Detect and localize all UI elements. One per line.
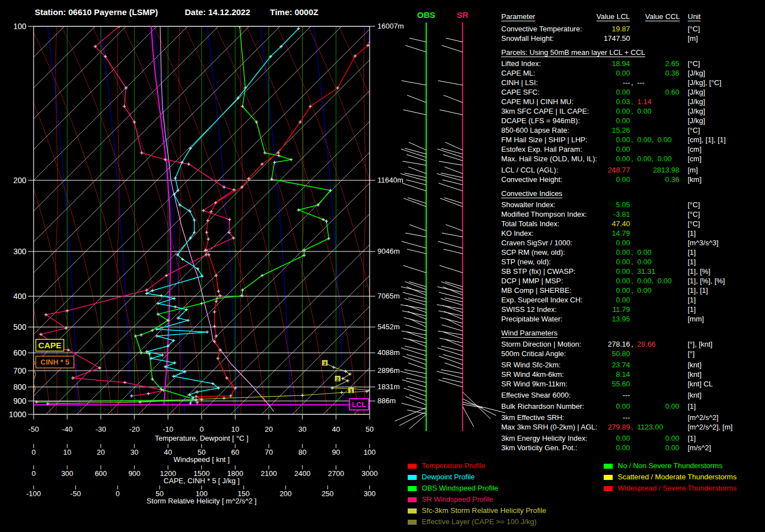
param-value-extra: , 0.00, 0.00 [631, 277, 671, 285]
station-title: Station: 06610 Payerne (LSMP) [35, 7, 158, 17]
parameter-row: Showalter Index:5.05[°C] [501, 200, 765, 210]
param-unit: [m] [688, 166, 698, 174]
value-segment: 0.00 [616, 444, 630, 452]
param-value-lcl: 15.26 [501, 126, 630, 134]
svg-text:30: 30 [298, 425, 306, 433]
value-segment: 0.00 [633, 258, 652, 266]
parameter-row: Estofex Exp. Hail Param:0.00[cm] [501, 145, 765, 155]
param-value-lcl: 0.00 [501, 296, 630, 304]
param-unit: [°C] [688, 200, 700, 209]
legend-swatch-icon [604, 475, 613, 480]
parameter-row: CAPE ML:0.000.36[J/kg] [501, 69, 765, 78]
svg-text:886m: 886m [377, 396, 396, 405]
param-unit: [knt] [688, 361, 702, 369]
profile-legend-item: Dewpoint Profile [408, 472, 547, 483]
value-segment: 0.00 [665, 402, 679, 410]
value-segment: 55.60 [612, 380, 630, 388]
param-unit: [knt] CL [688, 380, 713, 388]
param-unit: [J/kg] [688, 97, 705, 106]
parameter-row: MB Comp | SHERBE:0.00, 0.00[1], [1] [501, 286, 765, 296]
profile-legend-item: SR Windspeed Profile [408, 494, 547, 505]
value-segment: 0.00 [616, 145, 630, 153]
parameter-row: SR Wind 9km-11km:55.60[knt] CL [501, 380, 765, 389]
param-value-extra: , 0.00 [631, 258, 651, 266]
param-value-lcl: 0.00 [501, 155, 630, 163]
param-value-extra: , 0.00 [631, 107, 651, 115]
value-segment: 0.00 [665, 444, 679, 452]
windspeed-axis: 0102030405060708090100Windspeed [ knt ] [31, 444, 375, 464]
param-unit: [°], [knt] [688, 340, 712, 348]
param-unit: [cm], [1], [1] [688, 136, 726, 144]
param-unit: [°C] [688, 210, 700, 218]
temperature-axis: -50-40-30-20-1001020304050Temperature, D… [29, 415, 374, 442]
parameter-row: DCP | MMP | MSP:0.00, 0.00, 0.00[1], [%]… [501, 277, 765, 286]
param-unit: [m/s^2] [688, 444, 711, 452]
value-segment: --- [623, 391, 630, 399]
param-value-lcl: 0.00 [501, 69, 630, 77]
value-segment: 0.00 [616, 69, 630, 77]
value-segment: 0.00 [616, 88, 630, 96]
parameter-row: Convective Temperature:19.87[°C] [501, 25, 765, 34]
param-value-lcl: 0.00 [501, 258, 630, 266]
parameter-row: SWISS 12 Index:11.79[1] [501, 305, 765, 315]
time-title: Time: 0000Z [270, 7, 318, 17]
value-segment: 0.00 [616, 296, 630, 304]
param-value-lcl: 0.03 [501, 97, 630, 106]
param-value-lcl: 0.00 [501, 248, 630, 256]
param-value-lcl: 0.00 [501, 107, 630, 115]
param-value-lcl: 1747.50 [501, 34, 630, 43]
value-segment: --- [623, 78, 630, 87]
param-value-ccl: 0.36 [633, 69, 679, 77]
value-segment: 5.05 [616, 200, 630, 209]
parameter-row: 3km Vorticity Gen. Pot.:0.000.00[m/s^2] [501, 444, 765, 453]
value-segment: 0.00 [616, 175, 630, 184]
param-value-extra: , 0.00 [631, 286, 651, 295]
param-unit: [J/kg], [°C] [688, 78, 721, 87]
value-segment: 2813.98 [653, 166, 679, 174]
param-unit: [J/kg] [688, 107, 705, 115]
profile-legend-item: OBS Windspeed Profile [408, 483, 547, 494]
svg-text:9046m: 9046m [377, 247, 400, 255]
parameter-row: Bulk Richardson Number:0.000.00[1] [501, 402, 765, 412]
value-segment: 0.00 [616, 258, 630, 266]
parameter-row: LCL / CCL (AGL):248.772813.98[m] [501, 166, 765, 175]
panel-section-title: Convective Indices [501, 189, 765, 199]
svg-text:-40: -40 [62, 425, 73, 433]
header-parameter: Parameter [501, 12, 535, 21]
svg-text:90: 90 [332, 448, 340, 456]
svg-text:20: 20 [265, 425, 273, 433]
param-unit: [J/kg] [688, 88, 705, 96]
parameter-row: Lifted Index:18.942.65[°C] [501, 59, 765, 69]
svg-text:600: 600 [95, 469, 107, 478]
param-value-extra: , 0.00, 0.00 [631, 155, 671, 163]
param-unit: [cm] [688, 145, 702, 153]
value-segment: 13.95 [612, 315, 630, 323]
cape-axis: 03006009001200150018002100240027003000CA… [31, 465, 377, 485]
value-segment: 0.03 [616, 97, 630, 106]
param-unit: [m^2/s^2] [688, 413, 719, 422]
parameter-row: KO Index:14.79[1] [501, 229, 765, 239]
value-segment: 19.87 [612, 25, 630, 33]
parameter-row: Precipitable Water:13.95[mm] [501, 315, 765, 324]
svg-text:-20: -20 [129, 425, 140, 433]
legend-label: Dewpoint Profile [422, 473, 475, 481]
value-segment: 14.79 [612, 229, 630, 237]
param-value-ccl: 0.00 [633, 444, 679, 452]
thunderstorm-legend-item: Scattered / Moderate Thunderstorms [604, 472, 736, 483]
parameter-row: FM Hail Size | SHIP | LHP:0.00, 0.00, 0.… [501, 136, 765, 145]
legend-label: Sfc-3km Storm Relative Helicity Profile [422, 506, 547, 515]
value-segment: 47.40 [612, 220, 630, 228]
parameter-row: DCAPE (LFS = 946mB):0.00[J/kg] [501, 116, 765, 126]
legend-swatch-icon [408, 520, 417, 525]
svg-text:800: 800 [13, 382, 27, 391]
value-segment: 0.00 [633, 277, 652, 285]
svg-text:300: 300 [13, 247, 27, 256]
param-value-lcl: -3.81 [501, 210, 630, 218]
param-value-lcl: --- [501, 78, 630, 87]
param-value-lcl: 14.79 [501, 229, 630, 237]
parameter-row: Max. Hail Size (OLD, MU, IL):0.00, 0.00,… [501, 155, 765, 164]
svg-text:40: 40 [164, 448, 172, 456]
svg-text:30: 30 [130, 448, 138, 456]
value-segment: 23.74 [612, 361, 630, 369]
svg-text:2700: 2700 [328, 469, 344, 478]
